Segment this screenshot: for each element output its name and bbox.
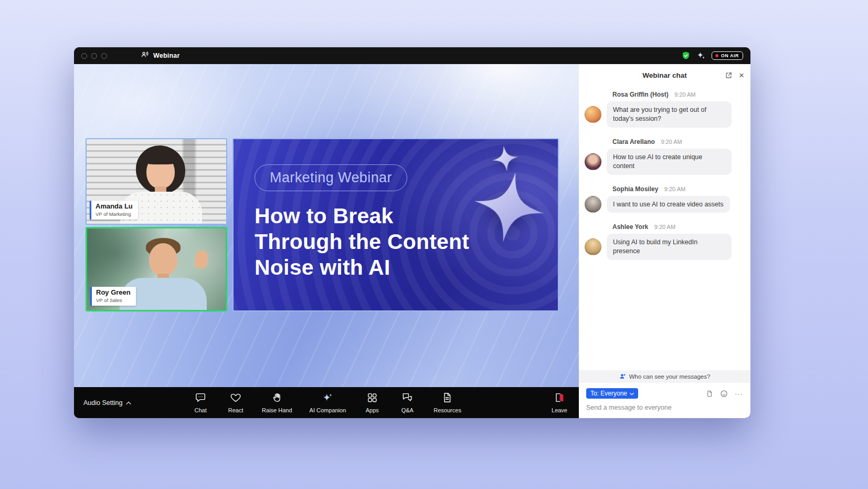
chat-button[interactable]: Chat	[192, 392, 209, 413]
message-time: 9:20 AM	[664, 186, 685, 192]
leave-door-icon	[554, 392, 565, 405]
participant-name: Amanda Lu	[96, 203, 133, 210]
ai-sparkle-icon[interactable]	[696, 51, 706, 60]
attach-file-icon[interactable]	[706, 390, 713, 398]
chat-message: Clara Arellano 9:20 AM How to use AI to …	[585, 137, 744, 175]
audio-setting-label: Audio Setting	[83, 399, 122, 407]
visibility-note: Who can see your messages?	[629, 373, 711, 380]
participant-video-amanda[interactable]: Amanda Lu VP of Marketing	[86, 138, 227, 225]
message-bubble: Using AI to build my LinkedIn presence	[607, 234, 732, 260]
chat-header: Webinar chat ×	[579, 64, 750, 86]
app-title: Webinar	[153, 52, 180, 59]
chat-panel-title: Webinar chat	[642, 71, 687, 79]
chat-message: Sophia Mosiley 9:20 AM I want to use AI …	[585, 184, 744, 213]
avatar	[585, 196, 601, 213]
name-tag-amanda: Amanda Lu VP of Marketing	[90, 201, 138, 220]
title-group: Webinar	[141, 50, 180, 61]
sparkle-shape-small-icon	[491, 144, 520, 173]
visibility-person-icon	[619, 373, 626, 381]
shared-slide: Marketing Webinar How to Break Through t…	[232, 138, 559, 311]
leave-button[interactable]: Leave	[552, 392, 567, 413]
slide-headline: How to Break Through the Content Noise w…	[255, 203, 469, 281]
chat-icon	[195, 392, 206, 405]
message-sender: Rosa Griffin (Host)	[612, 91, 669, 98]
avatar	[585, 153, 601, 170]
meeting-column: Amanda Lu VP of Marketing Roy Green	[74, 64, 579, 418]
popout-icon[interactable]	[725, 71, 733, 79]
chat-message: Ashlee York 9:20 AM Using AI to build my…	[585, 222, 744, 260]
close-icon[interactable]: ×	[739, 71, 744, 80]
name-tag-roy: Roy Green VP of Sales	[90, 287, 136, 306]
message-bubble: I want to use AI to create video assets	[607, 196, 730, 213]
webinar-window: Webinar ON AIR	[74, 47, 750, 418]
participant-role: VP of Marketing	[96, 211, 133, 217]
message-sender: Ashlee York	[612, 223, 648, 231]
heart-icon	[230, 392, 241, 405]
chevron-up-icon	[126, 399, 131, 407]
audio-setting-button[interactable]: Audio Setting	[83, 399, 131, 407]
react-button[interactable]: React	[227, 392, 245, 413]
chat-message-input[interactable]	[586, 404, 743, 411]
titlebar: Webinar ON AIR	[74, 47, 750, 64]
resources-icon	[442, 392, 453, 405]
chat-message-list: Rosa Griffin (Host) 9:20 AM What are you…	[579, 86, 750, 370]
participant-video-roy[interactable]: Roy Green VP of Sales	[86, 227, 227, 311]
on-air-badge: ON AIR	[712, 51, 743, 60]
window-close-button[interactable]	[81, 53, 87, 59]
window-zoom-button[interactable]	[101, 53, 107, 59]
message-visibility-banner[interactable]: Who can see your messages?	[579, 370, 750, 383]
qa-icon	[401, 392, 413, 405]
avatar	[585, 238, 601, 255]
message-bubble: How to use AI to create unique content	[607, 149, 732, 175]
chevron-down-icon	[630, 390, 634, 397]
security-shield-icon[interactable]	[681, 51, 691, 60]
participant-role: VP of Sales	[96, 297, 131, 303]
message-time: 9:20 AM	[674, 91, 695, 98]
meeting-toolbar: Audio Setting	[74, 387, 579, 418]
webinar-icon	[141, 50, 149, 61]
avatar	[585, 106, 601, 123]
emoji-icon[interactable]	[720, 390, 728, 398]
participant-name: Roy Green	[96, 289, 131, 296]
video-stage: Amanda Lu VP of Marketing Roy Green	[74, 64, 579, 387]
message-time: 9:20 AM	[654, 224, 675, 230]
message-sender: Sophia Mosiley	[612, 185, 658, 193]
titlebar-right: ON AIR	[681, 51, 743, 60]
message-time: 9:20 AM	[661, 139, 682, 145]
toolbar-buttons: Chat React	[192, 392, 461, 413]
apps-button[interactable]: Apps	[363, 392, 381, 413]
sparkle-shape-big-icon	[468, 166, 550, 248]
ai-companion-button[interactable]: AI Companion	[310, 392, 346, 413]
message-bubble: What are you trying to get out of today'…	[607, 101, 732, 128]
ai-companion-icon	[322, 392, 333, 405]
window-controls	[81, 53, 107, 59]
window-content: Amanda Lu VP of Marketing Roy Green	[74, 64, 750, 418]
apps-icon	[366, 392, 378, 405]
raise-hand-button[interactable]: Raise Hand	[262, 392, 292, 413]
raise-hand-icon	[271, 392, 283, 405]
recipient-selector[interactable]: To: Everyone	[586, 388, 638, 399]
qa-button[interactable]: Q&A	[398, 392, 416, 413]
on-air-dot-icon	[715, 54, 718, 57]
window-minimize-button[interactable]	[91, 53, 97, 59]
message-sender: Clara Arellano	[612, 138, 655, 145]
webinar-chat-panel: Webinar chat × Rosa Griffin (Ho	[579, 64, 750, 418]
chat-composer: To: Everyone	[579, 383, 750, 418]
slide-badge: Marketing Webinar	[255, 164, 407, 191]
chat-message: Rosa Griffin (Host) 9:20 AM What are you…	[585, 89, 744, 128]
resources-button[interactable]: Resources	[433, 392, 461, 413]
more-options-icon[interactable]: ···	[735, 390, 743, 397]
